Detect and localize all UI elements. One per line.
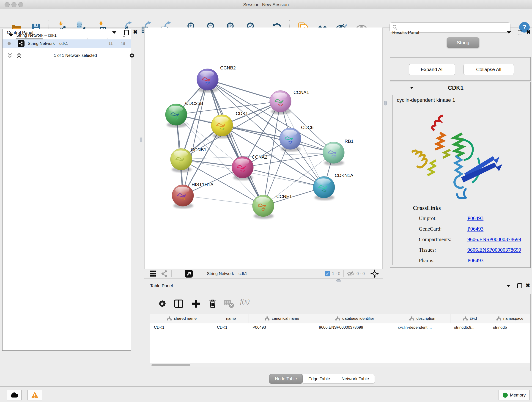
horizontal-splitter-grip[interactable] [336,279,341,282]
network-graph[interactable]: CCNB2CCNA1CDC25BCDK1CDC6RB1CCNB1CCNA2CDK… [145,27,382,269]
close-panel-icon[interactable]: ✖ [133,30,139,35]
add-column-icon[interactable] [190,298,201,309]
delete-column-icon[interactable] [207,298,218,309]
network-edge[interactable] [208,80,263,206]
memory-button[interactable]: Memory [499,390,530,400]
table-tabs: Node TableEdge TableNetwork Table [269,374,375,384]
delete-table-icon [224,298,234,309]
crosslink-label: Uniprot: [419,216,467,221]
network-canvas[interactable]: CCNB2CCNA1CDC25BCDK1CDC6RB1CCNB1CCNA2CDK… [144,27,383,269]
table-cell[interactable]: CDK1 [150,323,213,332]
table-cell[interactable]: P06493 [249,323,315,332]
minimize-traffic-light[interactable] [12,2,17,7]
crosslink-link[interactable]: P06493 [467,226,483,232]
network-node-ccne1[interactable]: CCNE1 [253,194,292,219]
network-node-hist1h1a[interactable]: HIST1H1A [172,182,214,209]
crosshair-icon[interactable] [370,269,379,278]
node-label: CCNE1 [276,194,292,199]
close-panel-icon[interactable]: ✖ [526,283,532,288]
collapse-all-button[interactable]: Collapse All [463,64,514,75]
statusbar-separator [171,270,172,277]
detach-view-icon[interactable] [185,270,193,278]
birdseye-grid-icon[interactable] [149,270,157,277]
tab-node-table[interactable]: Node Table [269,374,303,384]
scrollbar-thumb[interactable] [152,364,190,366]
float-panel-icon[interactable] [518,30,524,35]
network-share-icon[interactable] [161,270,168,277]
hierarchy-icon [409,316,414,321]
network-node-cdk1[interactable]: CDK1 [211,111,248,138]
column-header-name[interactable]: name [213,314,249,323]
node-label: CDK1 [236,111,248,116]
show-columns-icon[interactable] [173,298,184,309]
network-node-ccnb2[interactable]: CCNB2 [197,65,236,93]
column-header-namespace[interactable]: namespace [489,314,530,323]
panel-menu-icon[interactable] [507,32,513,36]
column-label: shared name [174,316,196,321]
table-cell[interactable]: cyclin-dependent ... [394,323,450,332]
crosslink-row: GeneCard:P06493 [419,224,528,234]
warnings-button[interactable] [27,390,42,400]
crosslink-row: Compartments:9606.ENSP00000378699 [419,234,528,245]
panel-menu-icon[interactable] [506,285,512,290]
crosslink-label: Compartments: [419,236,467,242]
protein-name: CDK1 [448,85,463,91]
selected-checkbox-icon[interactable] [325,271,330,276]
table-cell[interactable]: 9606.ENSP00000378699 [315,323,394,332]
tab-string[interactable]: String [447,37,479,48]
network-edge[interactable] [183,80,208,196]
close-traffic-light[interactable] [5,2,10,7]
network-edge[interactable] [183,196,263,206]
float-panel-icon[interactable] [517,283,523,288]
network-type-icon [18,40,25,47]
collapse-all-networks-icon[interactable] [6,52,13,59]
collection-expand-icon[interactable] [9,34,13,37]
table-options-gear-icon[interactable] [157,298,168,309]
column-header-description[interactable]: description [394,314,450,323]
crosslink-link[interactable]: 9606.ENSP00000378699 [467,236,521,242]
zoom-traffic-light[interactable] [18,2,23,7]
network-options-gear-icon[interactable] [128,52,136,59]
tab-network-table[interactable]: Network Table [336,374,375,384]
network-selection-row: 1 of 1 Network selected [6,51,136,60]
network-row[interactable]: String Network – cdk1 11 48 [2,39,131,48]
network-node-ccnb1[interactable]: CCNB1 [171,147,206,172]
column-header-canonical-name[interactable]: canonical name [249,314,315,323]
table-cell[interactable]: CDK1 [213,323,249,332]
left-splitter-grip[interactable] [140,138,142,142]
column-header-database-identifier[interactable]: database identifier [315,314,394,323]
cloud-button[interactable] [7,390,22,400]
expand-all-button[interactable]: Expand All [409,64,455,75]
network-edge[interactable] [208,80,280,101]
network-node-ccna1[interactable]: CCNA1 [270,90,309,114]
column-header-shared-name[interactable]: shared name [150,314,213,323]
crosslink-link[interactable]: P06493 [467,216,483,221]
table-panel: Table Panel ✖ f(x) shared namenamecanoni… [144,282,532,386]
network-collection-row[interactable]: String Network – cdk1 1 [2,31,131,39]
column-header-@id[interactable]: @id [450,314,489,323]
column-label: @id [470,316,477,321]
collection-label: String Network – cdk1 [16,33,57,38]
table-cell[interactable]: stringdb:9... [450,323,489,332]
network-node-cdkn1a[interactable]: CDKN1A [313,173,354,200]
crosslink-link[interactable]: P06493 [467,258,483,264]
network-node-ccna2[interactable]: CCNA2 [232,154,267,180]
crosslink-link[interactable]: 9606.ENSP00000378699 [467,247,521,253]
hierarchy-icon [496,316,501,321]
network-edge[interactable] [243,167,324,187]
results-actions-box: Expand All Collapse All [390,57,531,81]
table-row[interactable]: CDK1CDK1P064939606.ENSP00000378699cyclin… [150,323,530,332]
tab-edge-table[interactable]: Edge Table [303,374,336,384]
table-panel-title: Table Panel [150,283,173,288]
hierarchy-icon [265,316,270,321]
close-panel-icon[interactable]: ✖ [526,30,532,35]
column-label: canonical name [272,316,299,321]
table-cell[interactable]: stringdb [489,323,530,332]
expand-all-networks-icon[interactable] [16,52,22,59]
table-horizontal-scrollbar[interactable] [150,363,530,367]
network-node-rb1[interactable]: RB1 [323,139,354,166]
protein-header[interactable]: CDK1 [390,82,530,94]
table-header-row: shared namenamecanonical namedatabase id… [150,314,530,323]
node-label: CDC6 [301,125,313,130]
protein-collapse-icon[interactable] [410,87,413,89]
